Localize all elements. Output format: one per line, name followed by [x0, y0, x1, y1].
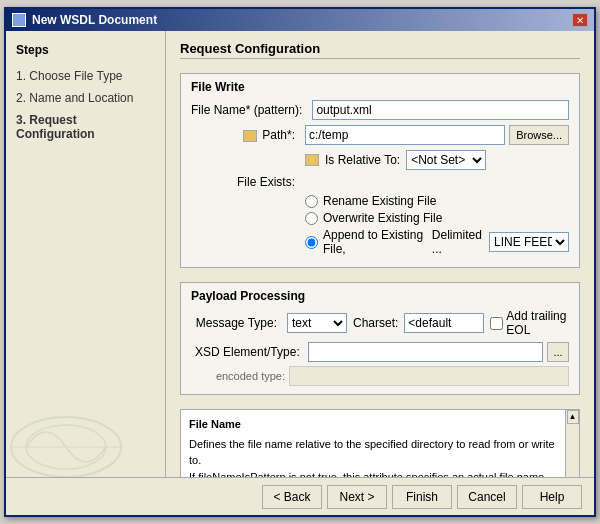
finish-button[interactable]: Finish	[392, 485, 452, 509]
browse-button[interactable]: Browse...	[509, 125, 569, 145]
help-button[interactable]: Help	[522, 485, 582, 509]
message-type-select[interactable]: text	[287, 313, 347, 333]
help-box: File Name Defines the file name relative…	[180, 409, 580, 477]
charset-label: Charset:	[353, 316, 398, 330]
path-row: Path*: Browse...	[191, 125, 569, 145]
sidebar-watermark	[6, 397, 126, 477]
relative-select[interactable]: <Not Set>	[406, 150, 486, 170]
encoded-label: encoded type:	[195, 370, 285, 382]
path-icon	[243, 130, 257, 142]
file-exists-label: File Exists:	[191, 175, 301, 189]
file-write-group: File Write File Name* (pattern): Path*: …	[180, 73, 580, 268]
overwrite-radio[interactable]	[305, 212, 318, 225]
window-icon	[12, 13, 26, 27]
overwrite-label: Overwrite Existing File	[323, 211, 442, 225]
filename-row: File Name* (pattern):	[191, 100, 569, 120]
main-window: New WSDL Document ✕ Steps 1. Choose File…	[4, 7, 596, 517]
step-2-label: Name and Location	[29, 91, 133, 105]
xsd-row: XSD Element/Type: ...	[191, 342, 569, 362]
help-box-title: File Name	[189, 416, 571, 433]
append-row: Append to Existing File, Delimited ... L…	[191, 228, 569, 256]
cancel-button[interactable]: Cancel	[457, 485, 517, 509]
relative-label: Is Relative To:	[325, 153, 400, 167]
append-radio[interactable]	[305, 236, 318, 249]
step-2: 2. Name and Location	[16, 89, 155, 107]
add-trailing-eol-label: Add trailing EOL	[490, 309, 569, 337]
path-label-text: Path*:	[262, 128, 295, 142]
encoded-row: encoded type:	[191, 366, 569, 386]
section-title: Request Configuration	[180, 41, 580, 59]
add-trailing-eol-checkbox[interactable]	[490, 317, 503, 330]
filename-input[interactable]	[312, 100, 569, 120]
step-3-label: Request Configuration	[16, 113, 95, 141]
step-3: 3. Request Configuration	[16, 111, 155, 143]
window-body: Steps 1. Choose File Type 2. Name and Lo…	[6, 31, 594, 477]
sidebar: Steps 1. Choose File Type 2. Name and Lo…	[6, 31, 166, 477]
charset-input[interactable]	[404, 313, 484, 333]
delim-select[interactable]: LINE FEED	[489, 232, 569, 252]
message-type-row: Message Type: text Charset: Add trailing…	[191, 309, 569, 337]
payload-title: Payload Processing	[191, 289, 569, 303]
rename-radio[interactable]	[305, 195, 318, 208]
footer: < Back Next > Finish Cancel Help	[6, 477, 594, 515]
file-write-title: File Write	[191, 80, 569, 94]
steps-list: 1. Choose File Type 2. Name and Location…	[16, 67, 155, 143]
step-1-num: 1.	[16, 69, 26, 83]
rename-label: Rename Existing File	[323, 194, 436, 208]
xsd-label: XSD Element/Type:	[195, 345, 304, 359]
message-type-label: Message Type:	[191, 316, 281, 330]
step-1: 1. Choose File Type	[16, 67, 155, 85]
step-3-num: 3.	[16, 113, 26, 127]
window-title: New WSDL Document	[32, 13, 157, 27]
delim-label: Delimited ...	[432, 228, 484, 256]
payload-group: Payload Processing Message Type: text Ch…	[180, 282, 580, 395]
xsd-browse-button[interactable]: ...	[547, 342, 569, 362]
xsd-input[interactable]	[308, 342, 543, 362]
add-trailing-eol-text: Add trailing EOL	[506, 309, 569, 337]
back-button[interactable]: < Back	[262, 485, 322, 509]
step-2-num: 2.	[16, 91, 26, 105]
path-input[interactable]	[305, 125, 505, 145]
title-bar: New WSDL Document ✕	[6, 9, 594, 31]
scroll-up[interactable]: ▲	[567, 410, 579, 424]
relative-row: Is Relative To: <Not Set>	[191, 150, 569, 170]
help-box-text: Defines the file name relative to the sp…	[189, 436, 571, 478]
file-exists-row: File Exists:	[191, 175, 569, 189]
main-content: Request Configuration File Write File Na…	[166, 31, 594, 477]
step-1-label: Choose File Type	[29, 69, 122, 83]
next-button[interactable]: Next >	[327, 485, 387, 509]
filename-label: File Name* (pattern):	[191, 103, 308, 117]
path-label: Path*:	[191, 128, 301, 142]
overwrite-row: Overwrite Existing File	[191, 211, 569, 225]
relative-icon	[305, 154, 319, 166]
title-bar-left: New WSDL Document	[12, 13, 157, 27]
scrollbar[interactable]: ▲ ▼	[565, 410, 579, 477]
append-label: Append to Existing File,	[323, 228, 427, 256]
rename-row: Rename Existing File	[191, 194, 569, 208]
sidebar-title: Steps	[16, 43, 155, 57]
encoded-input	[289, 366, 569, 386]
close-button[interactable]: ✕	[572, 13, 588, 27]
